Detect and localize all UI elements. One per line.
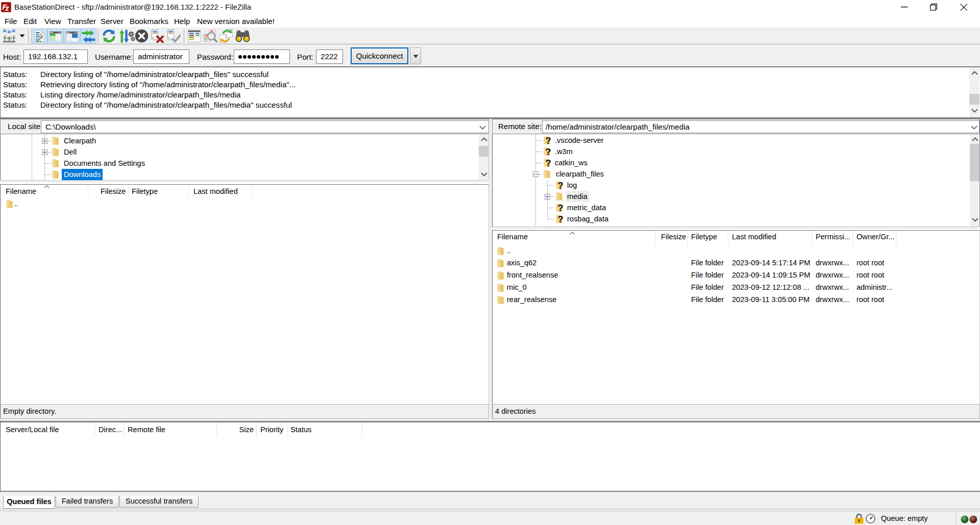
svg-text:z: z bbox=[5, 4, 9, 12]
